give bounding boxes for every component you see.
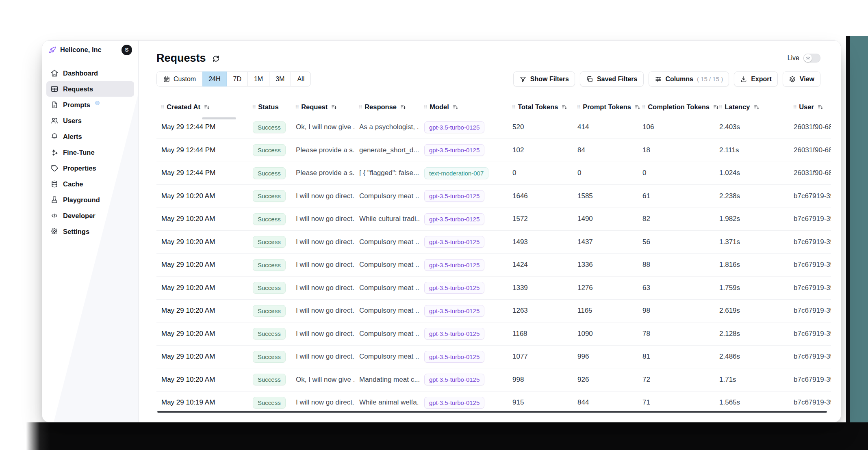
sort-icon[interactable] <box>753 104 760 110</box>
users-icon <box>50 117 59 125</box>
sort-icon[interactable] <box>400 104 406 110</box>
cell-prompt_tokens: 1276 <box>573 277 638 300</box>
sidebar-item-label: Users <box>63 117 82 125</box>
sidebar-item-cache[interactable]: Cache <box>46 176 134 192</box>
cell-user: 26031f90-68 <box>789 162 831 185</box>
time-range-custom[interactable]: Custom <box>156 71 202 87</box>
sidebar-item-developer[interactable]: Developer <box>46 208 134 223</box>
sidebar-item-fine-tune[interactable]: Fine-Tune <box>46 145 134 160</box>
sidebar-item-prompts[interactable]: Prompts <box>46 97 134 112</box>
drag-handle-icon[interactable]: ⠿ <box>358 104 362 110</box>
column-header-latency[interactable]: ⠿Latency <box>714 99 789 116</box>
cell-request: I will now go direct... <box>291 345 354 368</box>
table-row[interactable]: May 29 10:20 AMSuccessI will now go dire… <box>156 231 831 254</box>
sidebar-item-settings[interactable]: Settings <box>46 224 134 239</box>
sidebar-item-label: Prompts <box>63 101 90 109</box>
refresh-icon[interactable] <box>212 54 220 63</box>
column-header-model[interactable]: ⠿Model <box>419 99 508 116</box>
column-header-prompt_tokens[interactable]: ⠿Prompt Tokens <box>573 99 638 116</box>
cell-created_at: May 29 10:20 AM <box>156 322 248 346</box>
table-row[interactable]: May 29 10:20 AMSuccessI will now go dire… <box>156 322 831 346</box>
sidebar-item-alerts[interactable]: Alerts <box>46 129 134 144</box>
column-header-status[interactable]: ⠿Status <box>248 99 291 116</box>
table-row[interactable]: May 29 10:20 AMSuccessI will now go dire… <box>156 185 831 208</box>
columns-button[interactable]: Columns( 15 / 15 ) <box>649 71 729 87</box>
sort-icon[interactable] <box>204 104 210 110</box>
sort-icon[interactable] <box>561 104 568 110</box>
sidebar-item-requests[interactable]: Requests <box>46 81 134 97</box>
time-range-all[interactable]: All <box>291 71 311 87</box>
drag-handle-icon[interactable]: ⠿ <box>718 104 722 110</box>
copy-icon <box>586 76 593 83</box>
sidebar-item-dashboard[interactable]: Dashboard <box>46 65 134 81</box>
drag-handle-icon[interactable]: ⠿ <box>793 104 796 110</box>
cell-latency: 2.128s <box>714 322 789 346</box>
table-row[interactable]: May 29 10:20 AMSuccessI will now go dire… <box>156 208 831 231</box>
drag-handle-icon[interactable]: ⠿ <box>295 104 299 110</box>
table-row[interactable]: May 29 10:20 AMSuccessI will now go dire… <box>156 345 831 368</box>
cell-latency: 2.111s <box>714 139 789 162</box>
cell-latency: 1.982s <box>714 208 789 231</box>
view-button[interactable]: View <box>783 71 820 87</box>
avatar[interactable]: S <box>122 45 132 55</box>
column-header-created_at[interactable]: ⠿Created At <box>156 99 248 116</box>
time-range-label: 24H <box>208 76 220 83</box>
sidebar-item-users[interactable]: Users <box>46 113 134 128</box>
column-header-completion_tokens[interactable]: ⠿Completion Tokens <box>638 99 714 116</box>
sort-icon[interactable] <box>452 104 459 110</box>
sidebar-item-properties[interactable]: Properties <box>46 160 134 176</box>
table-row[interactable]: May 29 12:44 PMSuccessPlease provide a s… <box>156 139 831 162</box>
table-row[interactable]: May 29 10:20 AMSuccessI will now go dire… <box>156 299 831 322</box>
time-range-3m[interactable]: 3M <box>269 71 291 87</box>
drag-handle-icon[interactable]: ⠿ <box>577 104 580 110</box>
export-button[interactable]: Export <box>734 71 778 87</box>
time-range-1m[interactable]: 1M <box>248 71 269 87</box>
cell-latency: 1.371s <box>714 231 789 254</box>
time-range-label: Custom <box>174 76 196 83</box>
drag-handle-icon[interactable]: ⠿ <box>642 104 645 110</box>
saved-filters-button[interactable]: Saved Filters <box>580 71 644 87</box>
drag-handle-icon[interactable]: ⠿ <box>512 104 515 110</box>
time-range-24h[interactable]: 24H <box>202 71 227 87</box>
cell-request: I will now go direct... <box>291 208 354 231</box>
cell-total_tokens: 520 <box>508 116 573 139</box>
status-badge: Success <box>253 282 286 294</box>
bell-icon <box>50 132 59 141</box>
column-header-request[interactable]: ⠿Request <box>291 99 354 116</box>
model-badge: gpt-3.5-turbo-0125 <box>424 374 484 385</box>
table-row[interactable]: May 29 10:20 AMSuccessOk, I will now giv… <box>156 368 831 392</box>
cell-prompt_tokens: 0 <box>573 162 638 185</box>
show-filters-button[interactable]: Show Filters <box>513 71 575 87</box>
sort-icon[interactable] <box>817 104 824 110</box>
horizontal-scrollbar-thumb-bottom[interactable] <box>157 411 827 413</box>
cell-created_at: May 29 10:20 AM <box>156 208 248 231</box>
cell-response: Compulsory meat ... <box>354 185 419 208</box>
cell-response: Compulsory meat ... <box>354 231 419 254</box>
drag-handle-icon[interactable]: ⠿ <box>423 104 427 110</box>
document-icon <box>50 101 59 109</box>
cell-request: I will now go direct... <box>291 185 354 208</box>
sidebar-item-playground[interactable]: Playground <box>46 192 134 208</box>
time-range-7d[interactable]: 7D <box>227 71 247 87</box>
live-toggle[interactable] <box>803 54 820 63</box>
sidebar-item-label: Cache <box>63 180 83 188</box>
cell-prompt_tokens: 1437 <box>573 231 638 254</box>
drag-handle-icon[interactable]: ⠿ <box>161 104 164 110</box>
column-header-user[interactable]: ⠿User <box>789 99 831 116</box>
sidebar: Helicone, Inc S DashboardRequestsPrompts… <box>42 41 139 422</box>
table-row[interactable]: May 29 10:20 AMSuccessI will now go dire… <box>156 277 831 300</box>
column-header-total_tokens[interactable]: ⠿Total Tokens <box>508 99 573 116</box>
table-row[interactable]: May 29 10:20 AMSuccessI will now go dire… <box>156 253 831 277</box>
sort-icon[interactable] <box>331 104 337 110</box>
column-header-response[interactable]: ⠿Response <box>354 99 419 116</box>
horizontal-scrollbar-thumb-top[interactable] <box>202 117 236 119</box>
cell-user: b7c67919-39 <box>789 368 831 392</box>
drag-handle-icon[interactable]: ⠿ <box>252 104 256 110</box>
sparkles-icon <box>50 148 59 156</box>
cell-user: b7c67919-39 <box>789 345 831 368</box>
table-row[interactable]: May 29 12:44 PMSuccessPlease provide a s… <box>156 162 831 185</box>
table-row[interactable]: May 29 12:44 PMSuccessOk, I will now giv… <box>156 116 831 139</box>
sort-icon[interactable] <box>634 104 641 110</box>
column-label: Prompt Tokens <box>583 103 631 111</box>
model-badge: gpt-3.5-turbo-0125 <box>424 259 484 271</box>
